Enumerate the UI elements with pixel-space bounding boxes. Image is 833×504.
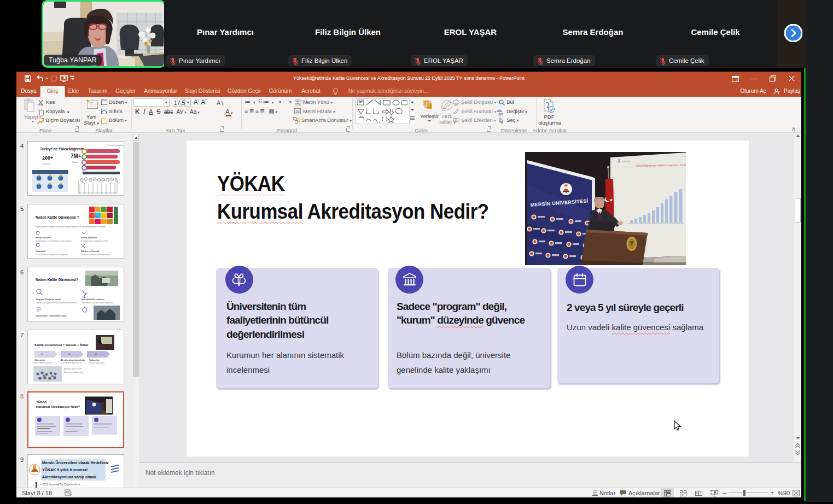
svg-text:Akreditasyonuna sahip olmak: Akreditasyonuna sahip olmak [42,475,96,479]
svg-text:03: 03 [95,353,97,355]
svg-text:Süreçlerin düzenli gözden geçi: Süreçlerin düzenli gözden geçirilmesi [81,240,108,242]
svg-text:Rekabet ve Tanınırlık: Rekabet ve Tanınırlık [81,250,100,253]
svg-text:• 2016 Kurumsal Dış Değerlend: • 2016 Kurumsal Dış Değerlendirme [41,483,80,486]
svg-text:Hesap verebilirlik: Hesap verebilirlik [36,237,51,239]
svg-text:Neden Kalite Güvencesi?: Neden Kalite Güvencesi? [36,278,78,282]
svg-text:Paydaşlara karşı sorumluluklar: Paydaşlara karşı sorumlulukların yerine … [36,240,72,242]
svg-text:Kurumsal Akreditasyon Nedir?: Kurumsal Akreditasyon Nedir? [36,405,80,408]
svg-text:YÖKAK 5 yıllık Kurumsal: YÖKAK 5 yıllık Kurumsal [42,467,88,472]
svg-text:YÖKAK: YÖKAK [36,400,47,403]
svg-text:Türkiye'de Yükseköğretim: Türkiye'de Yükseköğretim [40,147,84,151]
svg-text:Değişen Dünyanın sesini: Değişen Dünyanın sesini [36,298,61,301]
svg-text:Ulusal standartlara uyumlu kal: Ulusal standartlara uyumlu kalite çalışm… [36,254,68,256]
svg-text:Öğrenci: Öğrenci [72,161,78,163]
svg-text:A: A [217,99,221,106]
svg-text:Uluslararası standartlara uyum: Uluslararası standartlara uyum [36,315,67,317]
svg-text:Kalite Güvencesi = Güven + İt: Kalite Güvencesi = Güven + İtibar [34,343,89,347]
svg-text:200+: 200+ [42,155,53,161]
svg-text:Neden Kalite Güvencesi ?: Neden Kalite Güvencesi ? [36,215,79,219]
svg-text:MERSİN: MERSİN [622,160,631,163]
svg-text:Mezunların istihdamı artar: Mezunların istihdamı artar [64,371,83,373]
svg-text:İşverilebilirlik şartlarına uy: İşverilebilirlik şartlarına uyum sağlanm… [81,301,113,304]
svg-text:Akredite olmuş kurumlarda: Akredite olmuş kurumlarda [61,359,85,361]
svg-text:Akademik itibar kazanılır: Akademik itibar kazanılır [64,368,82,370]
svg-text:Toplum için: Toplum için [89,359,100,361]
svg-text:Sürekli iyileştirme: Sürekli iyileştirme [81,237,97,239]
svg-text:01: 01 [41,353,43,355]
svg-text:Ulusal ve uluslararası tanınır: Ulusal ve uluslararası tanınırlığın artm… [81,254,111,256]
svg-text:Güvenilirlik: Güvenilirlik [36,250,46,253]
svg-text:kaliteli öğretim güvencesi olu: kaliteli öğretim güvencesi olur [61,362,82,364]
svg-text:Kalite güvence sistemi konusun: Kalite güvence sistemi konusunda şeffafl… [36,226,106,228]
svg-text:Üniversite: Üniversite [43,163,50,165]
svg-text:Öğrenci için: Öğrenci için [34,359,45,361]
svg-text:Alınan eğitimin kalitesine: Alınan eğitimin kalitesine [34,362,53,364]
svg-text:İşverilebilirlik şartlarını: İşverilebilirlik şartlarını [81,298,104,301]
svg-text:Güvenilir bilgi üretimi: Güvenilir bilgi üretimi [89,362,104,364]
svg-text:ac: ac [499,112,503,115]
svg-text:Toplumun ve öğrencilerin bekle: Toplumun ve öğrencilerin beklentilerinin… [36,302,77,304]
svg-text:Yükseköğretimde Büyüme ve Nice: Yükseköğretimde Büyüme ve Nicel Gelişim [107,144,124,146]
svg-text:02: 02 [68,353,71,355]
svg-text:Mersin Üniversitesi olarak Hed: Mersin Üniversitesi olarak Hedefimiz [42,460,109,465]
svg-text:7M+: 7M+ [71,153,81,159]
